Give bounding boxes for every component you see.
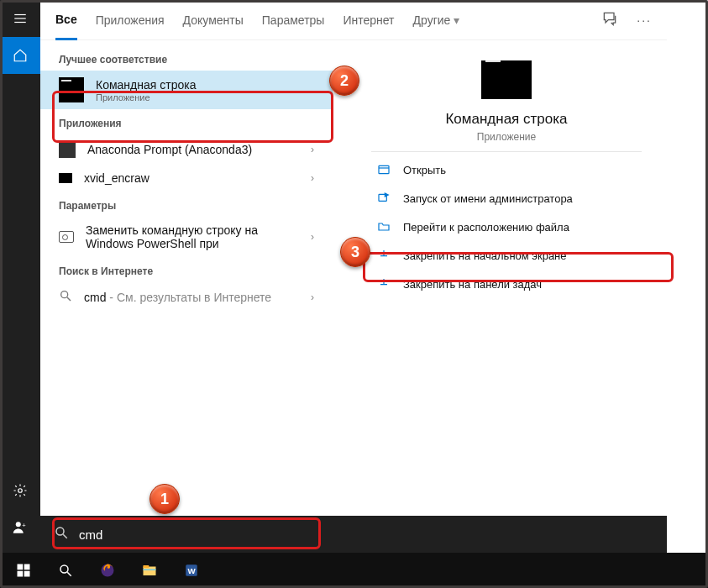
chevron-right-icon: ›: [311, 291, 314, 303]
console-icon: [59, 141, 76, 158]
taskbar-word[interactable]: W: [171, 553, 212, 588]
tab-more[interactable]: Другие ▾: [413, 0, 460, 39]
svg-line-11: [63, 534, 67, 538]
home-button[interactable]: [0, 37, 40, 74]
preview-subtitle: Приложение: [371, 131, 642, 143]
search-bar: [40, 516, 667, 553]
hamburger-button[interactable]: [0, 0, 40, 37]
result-setting-powershell[interactable]: Заменить командную строку на Windows Pow…: [40, 217, 333, 257]
app-icon: [59, 173, 72, 183]
preview-title: Командная строка: [371, 111, 642, 128]
chevron-right-icon: ›: [311, 144, 314, 155]
search-panel: Все Приложения Документы Параметры Интер…: [40, 0, 667, 553]
section-web: Поиск в Интернете: [40, 257, 333, 282]
svg-rect-20: [144, 565, 149, 568]
preview-app-icon: [481, 60, 532, 99]
search-input[interactable]: [79, 528, 653, 542]
start-button[interactable]: [3, 553, 44, 588]
action-run-as-admin[interactable]: Запуск от имени администратора: [371, 184, 642, 213]
search-tabs: Все Приложения Документы Параметры Интер…: [40, 0, 667, 40]
svg-rect-13: [24, 564, 30, 570]
action-pin-start[interactable]: Закрепить на начальном экране: [371, 241, 642, 270]
action-open[interactable]: Открыть: [371, 155, 642, 184]
cmd-icon: [59, 77, 84, 102]
pin-icon: [376, 276, 391, 291]
options-icon[interactable]: ···: [637, 13, 652, 27]
account-rail-button[interactable]: +: [0, 509, 40, 546]
section-settings: Параметры: [40, 192, 333, 217]
settings-rail-button[interactable]: [0, 472, 40, 509]
result-subtitle: Приложение: [96, 92, 196, 102]
svg-rect-14: [18, 571, 24, 577]
tab-settings[interactable]: Параметры: [262, 0, 325, 39]
svg-point-6: [61, 291, 68, 298]
taskbar: W: [0, 553, 708, 588]
svg-text:W: W: [187, 566, 196, 575]
open-icon: [376, 162, 391, 177]
chevron-right-icon: ›: [311, 231, 314, 243]
svg-rect-15: [24, 571, 30, 577]
svg-text:+: +: [22, 522, 26, 529]
taskbar-explorer[interactable]: [129, 553, 170, 588]
tab-apps[interactable]: Приложения: [96, 0, 165, 39]
feedback-icon[interactable]: [601, 10, 618, 29]
preview-column: Командная строка Приложение Открыть Запу…: [333, 40, 667, 516]
svg-point-4: [16, 522, 21, 527]
result-title: Командная строка: [96, 78, 196, 92]
tab-all[interactable]: Все: [55, 1, 77, 40]
search-icon: [59, 289, 72, 306]
result-app-anaconda[interactable]: Anaconda Prompt (Anaconda3) ›: [40, 134, 333, 165]
svg-rect-8: [379, 165, 389, 173]
pin-icon: [376, 248, 391, 263]
tab-documents[interactable]: Документы: [183, 0, 244, 39]
search-icon: [54, 525, 69, 543]
taskbar-firefox[interactable]: [87, 553, 128, 588]
divider: [371, 151, 642, 152]
start-left-rail: +: [0, 0, 40, 553]
svg-point-16: [60, 565, 68, 573]
svg-rect-12: [18, 564, 24, 570]
action-open-location[interactable]: Перейти к расположению файла: [371, 213, 642, 241]
result-web-cmd[interactable]: cmd - См. результаты в Интернете ›: [40, 282, 333, 312]
svg-rect-21: [144, 570, 156, 571]
section-best-match: Лучшее соответствие: [40, 45, 333, 71]
result-app-xvid[interactable]: xvid_encraw ›: [40, 165, 333, 192]
svg-line-7: [67, 297, 71, 301]
folder-icon: [376, 219, 391, 234]
svg-line-17: [67, 572, 71, 576]
tab-web[interactable]: Интернет: [343, 0, 394, 39]
action-pin-taskbar[interactable]: Закрепить на панели задач: [371, 270, 642, 298]
settings-icon: [59, 231, 74, 243]
svg-point-3: [18, 489, 23, 493]
svg-point-10: [56, 528, 64, 535]
taskbar-search-button[interactable]: [45, 553, 86, 588]
results-column: Лучшее соответствие Командная строка При…: [40, 40, 333, 516]
result-best-match[interactable]: Командная строка Приложение: [40, 71, 333, 109]
chevron-right-icon: ›: [311, 172, 314, 184]
admin-icon: [376, 191, 391, 206]
section-apps: Приложения: [40, 109, 333, 134]
svg-rect-19: [144, 567, 156, 576]
